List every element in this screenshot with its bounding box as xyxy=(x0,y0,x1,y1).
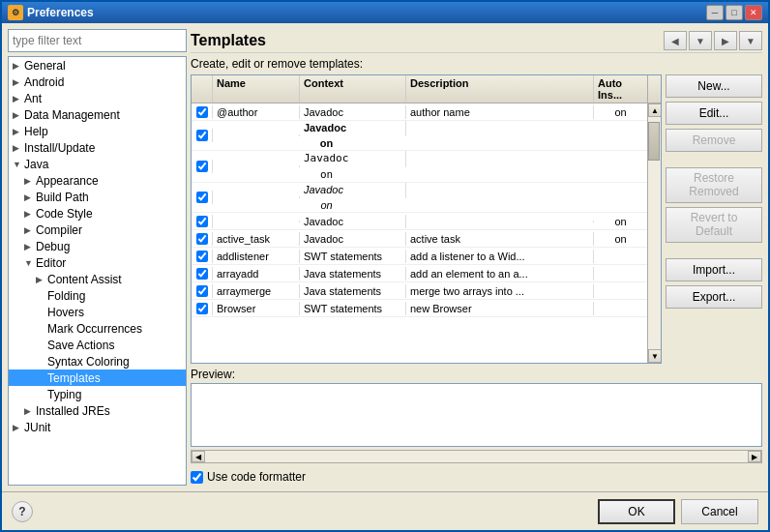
row-name-6: addlistener xyxy=(213,250,300,263)
row-context-6: SWT statements xyxy=(300,250,406,263)
tree-item-ant[interactable]: ▶Ant xyxy=(9,90,186,106)
remove-button[interactable]: Remove xyxy=(666,129,762,152)
tree-item-general[interactable]: ▶General xyxy=(9,57,186,74)
row-check-0[interactable] xyxy=(192,105,213,119)
tree-item-compiler[interactable]: ▶Compiler xyxy=(9,222,186,238)
table-row[interactable]: active_task Javadoc active task on xyxy=(192,230,647,248)
tree-item-hovers[interactable]: Hovers xyxy=(9,304,186,320)
preview-scroll-right[interactable]: ▶ xyxy=(748,451,761,462)
row-check-1[interactable] xyxy=(192,129,213,142)
row-context-0: Javadoc xyxy=(300,105,406,119)
cancel-button[interactable]: Cancel xyxy=(681,499,758,524)
nav-dropdown-button[interactable]: ▼ xyxy=(689,31,712,50)
tree-item-editor[interactable]: ▼Editor xyxy=(9,254,186,271)
scroll-up-arrow[interactable]: ▲ xyxy=(648,103,662,117)
row-desc-9: new Browser xyxy=(406,302,594,315)
import-button[interactable]: Import... xyxy=(666,258,762,281)
tree-item-debug[interactable]: ▶Debug xyxy=(9,238,186,254)
ok-button[interactable]: OK xyxy=(598,499,675,524)
col-header-context: Context xyxy=(300,75,406,103)
maximize-button[interactable]: □ xyxy=(726,5,743,20)
close-button[interactable]: ✕ xyxy=(745,5,762,20)
row-desc-0: author name xyxy=(406,105,594,119)
nav-menu-button[interactable]: ▼ xyxy=(739,31,762,50)
tree-item-install-update[interactable]: ▶Install/Update xyxy=(9,139,186,156)
preview-scroll-left[interactable]: ◀ xyxy=(192,451,205,462)
row-auto-1: on xyxy=(300,136,353,150)
export-button[interactable]: Export... xyxy=(666,285,762,309)
tree-label-installed-jres: Installed JREs xyxy=(36,404,110,418)
row-check-9[interactable] xyxy=(192,302,213,315)
tree-item-build-path[interactable]: ▶Build Path xyxy=(9,189,186,205)
row-check-3[interactable] xyxy=(192,191,213,204)
tree-item-appearance[interactable]: ▶Appearance xyxy=(9,172,186,189)
tree-item-templates[interactable]: Templates xyxy=(9,369,186,386)
row-name-3 xyxy=(213,196,300,198)
use-code-formatter-label[interactable]: Use code formatter xyxy=(191,470,306,484)
row-check-7[interactable] xyxy=(192,267,213,281)
tree-item-mark-occurrences[interactable]: Mark Occurrences xyxy=(9,320,186,337)
table-row[interactable]: arrayadd Java statements add an element … xyxy=(192,265,647,282)
row-check-4[interactable] xyxy=(192,215,213,228)
preview-area[interactable] xyxy=(191,383,762,447)
row-context-9: SWT statements xyxy=(300,302,406,315)
tree-label-editor: Editor xyxy=(36,256,66,270)
tree-item-android[interactable]: ▶Android xyxy=(9,74,186,90)
revert-to-default-button[interactable]: Revert to Default xyxy=(666,207,762,243)
row-auto-2: on xyxy=(300,167,353,182)
tree-item-installed-jres[interactable]: ▶Installed JREs xyxy=(9,402,186,419)
table-scrollbar[interactable]: ▲ ▼ xyxy=(647,103,661,363)
table-row[interactable]: arraymerge Java statements merge two arr… xyxy=(192,282,647,300)
header-nav: ◀ ▼ ▶ ▼ xyxy=(664,31,762,50)
tree-item-code-style[interactable]: ▶Code Style xyxy=(9,205,186,222)
preview-scrollbar[interactable]: ◀ ▶ xyxy=(191,450,762,463)
tree-item-typing[interactable]: Typing xyxy=(9,386,186,402)
right-panel: Templates ◀ ▼ ▶ ▼ Create, edit or remove… xyxy=(191,29,762,486)
row-context-5: Javadoc xyxy=(300,232,406,246)
content-area: ▶General▶Android▶Ant▶Data Management▶Hel… xyxy=(2,23,768,491)
col-header-check xyxy=(192,75,213,103)
table-row[interactable]: Javadoc on xyxy=(192,213,647,230)
restore-removed-button[interactable]: Restore Removed xyxy=(666,167,762,203)
tree-item-syntax-coloring[interactable]: Syntax Coloring xyxy=(9,353,186,369)
tree-item-help[interactable]: ▶Help xyxy=(9,123,186,139)
row-name-7: arrayadd xyxy=(213,267,300,281)
tree-label-templates: Templates xyxy=(47,371,101,385)
row-name-9: Browser xyxy=(213,302,300,315)
nav-forward-button[interactable]: ▶ xyxy=(714,31,737,50)
table-row[interactable]: Browser SWT statements new Browser xyxy=(192,300,647,317)
minimize-button[interactable]: ─ xyxy=(706,5,724,20)
use-code-formatter-checkbox[interactable] xyxy=(191,471,203,484)
preferences-window: ⚙ Preferences ─ □ ✕ ▶General▶Android▶Ant… xyxy=(0,0,770,532)
table-row[interactable]: addlistener SWT statements add a listene… xyxy=(192,248,647,265)
help-button[interactable]: ? xyxy=(12,501,33,522)
table-row[interactable]: Javadoc on xyxy=(192,121,647,151)
nav-back-button[interactable]: ◀ xyxy=(664,31,687,50)
tree-item-data-management[interactable]: ▶Data Management xyxy=(9,106,186,123)
table-row[interactable]: Javadoc on xyxy=(192,183,647,213)
tree-item-folding[interactable]: Folding xyxy=(9,287,186,304)
tree-label-ant: Ant xyxy=(24,92,42,105)
scroll-down-arrow[interactable]: ▼ xyxy=(648,349,662,363)
row-context-4: Javadoc xyxy=(300,215,406,228)
window-icon: ⚙ xyxy=(8,5,23,20)
tree-arrow-general: ▶ xyxy=(13,61,22,71)
row-check-5[interactable] xyxy=(192,232,213,246)
tree-item-java[interactable]: ▼Java xyxy=(9,156,186,172)
tree-arrow-editor: ▼ xyxy=(24,258,34,268)
tree-item-content-assist[interactable]: ▶Content Assist xyxy=(9,271,186,287)
tree-item-junit[interactable]: ▶JUnit xyxy=(9,419,186,435)
row-check-6[interactable] xyxy=(192,250,213,263)
filter-input[interactable] xyxy=(8,29,187,52)
table-row[interactable]: @author Javadoc author name on xyxy=(192,103,647,121)
row-check-8[interactable] xyxy=(192,284,213,298)
scroll-thumb[interactable] xyxy=(648,122,660,161)
tree-item-save-actions[interactable]: Save Actions xyxy=(9,337,186,353)
edit-button[interactable]: Edit... xyxy=(666,102,762,125)
new-button[interactable]: New... xyxy=(666,74,762,98)
row-check-2[interactable] xyxy=(192,160,213,173)
row-auto-5: on xyxy=(594,232,647,246)
table-row[interactable]: Javadoc on xyxy=(192,151,647,183)
tree-arrow-java: ▼ xyxy=(13,160,22,169)
row-desc-6: add a listener to a Wid... xyxy=(406,250,594,263)
